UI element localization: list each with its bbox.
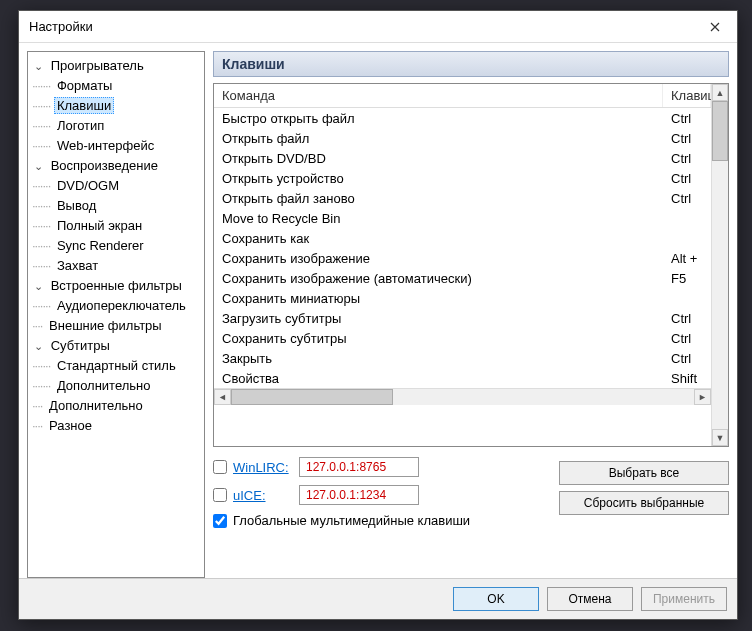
list-row[interactable]: СвойстваShift [214, 368, 711, 388]
col-command[interactable]: Команда [214, 84, 663, 107]
vscroll-thumb[interactable] [712, 101, 728, 161]
uice-address[interactable]: 127.0.0.1:1234 [299, 485, 419, 505]
tree-dots: ······· [32, 358, 50, 373]
scroll-right-icon[interactable]: ► [694, 389, 711, 405]
cmd-cell: Сохранить как [214, 228, 663, 248]
tree-node[interactable]: ······· Аудиопереключатель [28, 296, 204, 316]
winlirc-link[interactable]: WinLIRC: [233, 460, 293, 475]
category-tree[interactable]: ⌄ Проигрыватель······· Форматы······· Кл… [27, 51, 205, 578]
key-cell: Alt + [663, 248, 711, 268]
tree-label: Аудиопереключатель [54, 297, 189, 314]
cancel-button[interactable]: Отмена [547, 587, 633, 611]
list-row[interactable]: Сохранить миниатюры [214, 288, 711, 308]
tree-dots: ······· [32, 138, 50, 153]
collapse-icon[interactable]: ⌄ [32, 56, 44, 76]
tree-node[interactable]: ···· Разное [28, 416, 204, 436]
key-cell [663, 288, 711, 308]
tree-node[interactable]: ······· Стандартный стиль [28, 356, 204, 376]
tree-label: Проигрыватель [48, 57, 147, 74]
vertical-scrollbar[interactable]: ▲ ▼ [711, 84, 728, 446]
tree-node[interactable]: ⌄ Воспроизведение [28, 156, 204, 176]
cmd-cell: Открыть устройство [214, 168, 663, 188]
tree-label: Стандартный стиль [54, 357, 179, 374]
list-row[interactable]: Открыть DVD/BDCtrl [214, 148, 711, 168]
tree-dots: ······· [32, 378, 50, 393]
apply-button[interactable]: Применить [641, 587, 727, 611]
ok-button[interactable]: OK [453, 587, 539, 611]
tree-label: Дополнительно [46, 397, 146, 414]
tree-label: Встроенные фильтры [48, 277, 185, 294]
list-row[interactable]: Открыть файлCtrl [214, 128, 711, 148]
collapse-icon[interactable]: ⌄ [32, 336, 44, 356]
global-keys-label: Глобальные мультимедийные клавиши [233, 513, 470, 528]
key-cell: Ctrl [663, 128, 711, 148]
tree-node[interactable]: ······· Захват [28, 256, 204, 276]
list-row[interactable]: Move to Recycle Bin [214, 208, 711, 228]
list-row[interactable]: Загрузить субтитрыCtrl [214, 308, 711, 328]
scroll-up-icon[interactable]: ▲ [712, 84, 728, 101]
horizontal-scrollbar[interactable]: ◄ ► [214, 388, 711, 405]
tree-node[interactable]: ⌄ Встроенные фильтры [28, 276, 204, 296]
select-all-button[interactable]: Выбрать все [559, 461, 729, 485]
tree-node[interactable]: ⌄ Субтитры [28, 336, 204, 356]
cmd-cell: Закрыть [214, 348, 663, 368]
key-cell: Ctrl [663, 188, 711, 208]
list-row[interactable]: Быстро открыть файлCtrl [214, 108, 711, 128]
tree-node[interactable]: ······· Полный экран [28, 216, 204, 236]
cmd-cell: Быстро открыть файл [214, 108, 663, 128]
key-cell: Ctrl [663, 348, 711, 368]
close-button[interactable] [692, 11, 737, 42]
col-key[interactable]: Клавиши [663, 84, 711, 107]
cmd-cell: Загрузить субтитры [214, 308, 663, 328]
uice-row: uICE: 127.0.0.1:1234 [213, 485, 559, 505]
list-row[interactable]: ЗакрытьCtrl [214, 348, 711, 368]
scroll-left-icon[interactable]: ◄ [214, 389, 231, 405]
list-row[interactable]: Сохранить как [214, 228, 711, 248]
list-row[interactable]: Открыть файл зановоCtrl [214, 188, 711, 208]
tree-node[interactable]: ······· Sync Renderer [28, 236, 204, 256]
settings-window: Настройки ⌄ Проигрыватель······· Форматы… [18, 10, 738, 620]
tree-dots: ······· [32, 218, 50, 233]
collapse-icon[interactable]: ⌄ [32, 156, 44, 176]
tree-label: Логотип [54, 117, 107, 134]
tree-label: Клавиши [54, 97, 114, 114]
uice-checkbox[interactable] [213, 488, 227, 502]
winlirc-address[interactable]: 127.0.0.1:8765 [299, 457, 419, 477]
tree-label: Разное [46, 417, 95, 434]
hscroll-thumb[interactable] [231, 389, 393, 405]
cmd-cell: Открыть DVD/BD [214, 148, 663, 168]
tree-node[interactable]: ···· Дополнительно [28, 396, 204, 416]
tree-label: DVD/OGM [54, 177, 122, 194]
keybind-list[interactable]: Команда Клавиши Быстро открыть файлCtrlО… [213, 83, 729, 447]
cmd-cell: Сохранить изображение [214, 248, 663, 268]
cmd-cell: Сохранить изображение (автоматически) [214, 268, 663, 288]
cmd-cell: Открыть файл заново [214, 188, 663, 208]
list-row[interactable]: Сохранить изображениеAlt + [214, 248, 711, 268]
cmd-cell: Открыть файл [214, 128, 663, 148]
reset-selected-button[interactable]: Сбросить выбранные [559, 491, 729, 515]
key-cell: Ctrl [663, 308, 711, 328]
tree-node[interactable]: ······· Логотип [28, 116, 204, 136]
winlirc-checkbox[interactable] [213, 460, 227, 474]
tree-node[interactable]: ······· Дополнительно [28, 376, 204, 396]
tree-node[interactable]: ······· Вывод [28, 196, 204, 216]
list-row[interactable]: Сохранить субтитрыCtrl [214, 328, 711, 348]
tree-dots: ······· [32, 178, 50, 193]
uice-link[interactable]: uICE: [233, 488, 293, 503]
tree-node[interactable]: ······· Клавиши [28, 96, 204, 116]
list-row[interactable]: Открыть устройствоCtrl [214, 168, 711, 188]
global-keys-checkbox[interactable] [213, 514, 227, 528]
tree-node[interactable]: ······· DVD/OGM [28, 176, 204, 196]
tree-node[interactable]: ⌄ Проигрыватель [28, 56, 204, 76]
titlebar: Настройки [19, 11, 737, 43]
scroll-down-icon[interactable]: ▼ [712, 429, 728, 446]
list-row[interactable]: Сохранить изображение (автоматически)F5 [214, 268, 711, 288]
tree-node[interactable]: ······· Форматы [28, 76, 204, 96]
collapse-icon[interactable]: ⌄ [32, 276, 44, 296]
tree-dots: ···· [32, 418, 42, 433]
tree-node[interactable]: ······· Web-интерфейс [28, 136, 204, 156]
cmd-cell: Сохранить субтитры [214, 328, 663, 348]
winlirc-row: WinLIRC: 127.0.0.1:8765 [213, 457, 559, 477]
key-cell [663, 228, 711, 248]
tree-node[interactable]: ···· Внешние фильтры [28, 316, 204, 336]
